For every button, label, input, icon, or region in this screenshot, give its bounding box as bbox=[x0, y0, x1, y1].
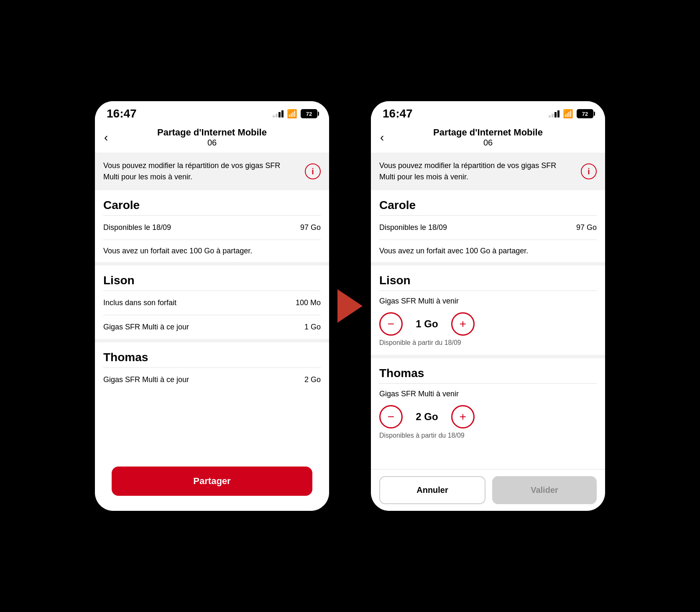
status-bar-2: 16:47 📶 72 bbox=[371, 101, 605, 124]
carole-section-1: Carole bbox=[95, 190, 329, 215]
info-banner-2: Vous pouvez modifier la répartition de v… bbox=[371, 153, 605, 190]
banner-text-1: Vous pouvez modifier la répartition de v… bbox=[103, 160, 305, 183]
thomas-increment-button[interactable]: + bbox=[451, 405, 475, 428]
wifi-icon-2: 📶 bbox=[563, 109, 573, 119]
screen1: 16:47 📶 72 ‹ Partage d'Internet Mobile 0… bbox=[95, 101, 329, 511]
info-icon-2[interactable]: i bbox=[581, 163, 597, 179]
battery-icon-2: 72 bbox=[577, 109, 593, 118]
nav-bar-2: ‹ Partage d'Internet Mobile 06 bbox=[371, 124, 605, 153]
carole-disponibles-label-2: Disponibles le 18/09 bbox=[379, 223, 447, 232]
lison-gigas-row-1: Gigas SFR Multi à ce jour 1 Go bbox=[95, 315, 329, 339]
thomas-gigas-label-2: Gigas SFR Multi à venir bbox=[379, 390, 597, 398]
bottom-buttons-2: Annuler Valider bbox=[371, 469, 605, 511]
nav-title-2: Partage d'Internet Mobile 06 bbox=[433, 127, 543, 148]
thomas-stepper-row: − 2 Go + bbox=[379, 405, 597, 428]
signal-icon-1 bbox=[273, 110, 284, 117]
thomas-decrement-button[interactable]: − bbox=[379, 405, 403, 428]
battery-icon-1: 72 bbox=[301, 109, 317, 118]
content-area-2: Carole Disponibles le 18/09 97 Go Vous a… bbox=[371, 190, 605, 469]
thomas-stepper-value: 2 Go bbox=[414, 411, 439, 423]
nav-title-main-1: Partage d'Internet Mobile bbox=[157, 127, 267, 138]
nav-title-1: Partage d'Internet Mobile 06 bbox=[157, 127, 267, 148]
lison-gigas-label-1: Gigas SFR Multi à ce jour bbox=[103, 323, 189, 332]
lison-gigas-label-2: Gigas SFR Multi à venir bbox=[379, 297, 597, 306]
nav-title-sub-2: 06 bbox=[433, 138, 543, 148]
lison-decrement-button[interactable]: − bbox=[379, 312, 403, 336]
lison-inclus-row-1: Inclus dans son forfait 100 Mo bbox=[95, 291, 329, 315]
thomas-stepper-section: Gigas SFR Multi à venir − 2 Go + Disponi… bbox=[371, 384, 605, 448]
carole-disponibles-value-1: 97 Go bbox=[300, 223, 321, 232]
lison-gigas-value-1: 1 Go bbox=[304, 323, 321, 332]
nav-title-sub-1: 06 bbox=[157, 138, 267, 148]
carole-disponibles-row-2: Disponibles le 18/09 97 Go bbox=[371, 216, 605, 240]
thomas-name-1: Thomas bbox=[103, 351, 321, 364]
annuler-button[interactable]: Annuler bbox=[379, 476, 485, 504]
lison-name-1: Lison bbox=[103, 274, 321, 287]
thomas-gigas-value-1: 2 Go bbox=[304, 375, 321, 384]
status-bar-1: 16:47 📶 72 bbox=[95, 101, 329, 124]
nav-bar-1: ‹ Partage d'Internet Mobile 06 bbox=[95, 124, 329, 153]
thomas-name-2: Thomas bbox=[379, 367, 597, 380]
thomas-gigas-row-1: Gigas SFR Multi à ce jour 2 Go bbox=[95, 368, 329, 392]
lison-section-2: Lison bbox=[371, 265, 605, 291]
content-area-1: Carole Disponibles le 18/09 97 Go Vous a… bbox=[95, 190, 329, 451]
lison-inclus-value-1: 100 Mo bbox=[296, 298, 321, 307]
carole-name-1: Carole bbox=[103, 199, 321, 212]
lison-stepper-section: Gigas SFR Multi à venir − 1 Go + Disponi… bbox=[371, 291, 605, 355]
wifi-icon-1: 📶 bbox=[287, 109, 297, 119]
info-icon-1[interactable]: i bbox=[305, 163, 321, 179]
valider-button: Valider bbox=[492, 476, 597, 504]
lison-name-2: Lison bbox=[379, 274, 597, 287]
info-banner-1: Vous pouvez modifier la répartition de v… bbox=[95, 153, 329, 190]
status-time-2: 16:47 bbox=[383, 107, 413, 120]
transition-arrow bbox=[329, 289, 371, 323]
carole-forfait-text-2: Vous avez un forfait avec 100 Go à parta… bbox=[371, 240, 605, 262]
thomas-section-1: Thomas bbox=[95, 342, 329, 367]
lison-section-1: Lison bbox=[95, 265, 329, 291]
carole-section-2: Carole bbox=[371, 190, 605, 215]
lison-disponible-label: Disponible à partir du 18/09 bbox=[379, 339, 597, 347]
thomas-disponibles-label: Disponibles à partir du 18/09 bbox=[379, 432, 597, 439]
carole-forfait-text-1: Vous avez un forfait avec 100 Go à parta… bbox=[95, 240, 329, 262]
nav-title-main-2: Partage d'Internet Mobile bbox=[433, 127, 543, 138]
screen2: 16:47 📶 72 ‹ Partage d'Internet Mobile 0… bbox=[371, 101, 605, 511]
status-icons-1: 📶 72 bbox=[273, 109, 317, 119]
carole-disponibles-label-1: Disponibles le 18/09 bbox=[103, 223, 171, 232]
status-time-1: 16:47 bbox=[107, 107, 137, 120]
back-button-2[interactable]: ‹ bbox=[380, 131, 384, 144]
signal-icon-2 bbox=[549, 110, 559, 117]
thomas-gigas-label-1: Gigas SFR Multi à ce jour bbox=[103, 375, 189, 384]
right-arrow-icon bbox=[337, 289, 363, 323]
lison-stepper-row: − 1 Go + bbox=[379, 312, 597, 336]
lison-stepper-value: 1 Go bbox=[414, 318, 439, 330]
carole-disponibles-value-2: 97 Go bbox=[576, 223, 597, 232]
partager-btn-container: Partager bbox=[95, 451, 329, 511]
lison-increment-button[interactable]: + bbox=[451, 312, 475, 336]
banner-text-2: Vous pouvez modifier la répartition de v… bbox=[379, 160, 581, 183]
lison-inclus-label-1: Inclus dans son forfait bbox=[103, 298, 176, 307]
carole-disponibles-row-1: Disponibles le 18/09 97 Go bbox=[95, 216, 329, 240]
partager-button[interactable]: Partager bbox=[112, 467, 312, 496]
status-icons-2: 📶 72 bbox=[549, 109, 593, 119]
carole-name-2: Carole bbox=[379, 199, 597, 212]
back-button-1[interactable]: ‹ bbox=[104, 131, 108, 144]
thomas-section-2: Thomas bbox=[371, 358, 605, 383]
